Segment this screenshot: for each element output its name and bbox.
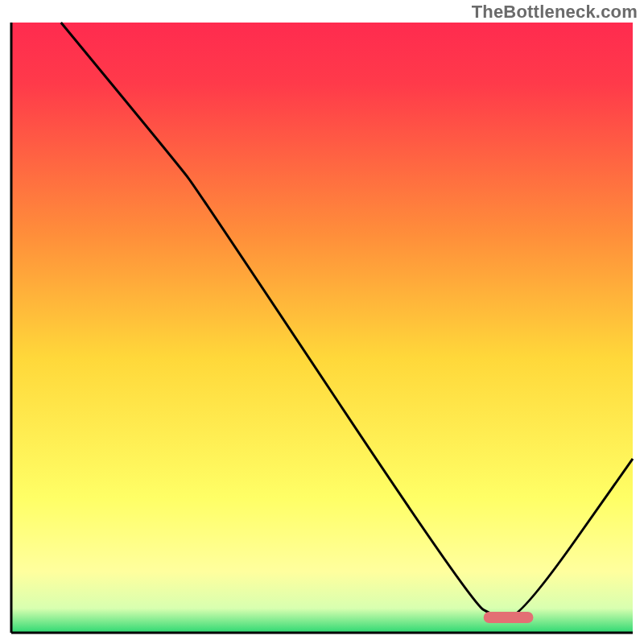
bottleneck-chart: TheBottleneck.com <box>0 0 644 644</box>
optimal-range-marker <box>484 612 534 623</box>
chart-svg <box>0 0 644 644</box>
watermark-text: TheBottleneck.com <box>472 2 638 23</box>
plot-background <box>11 23 633 633</box>
